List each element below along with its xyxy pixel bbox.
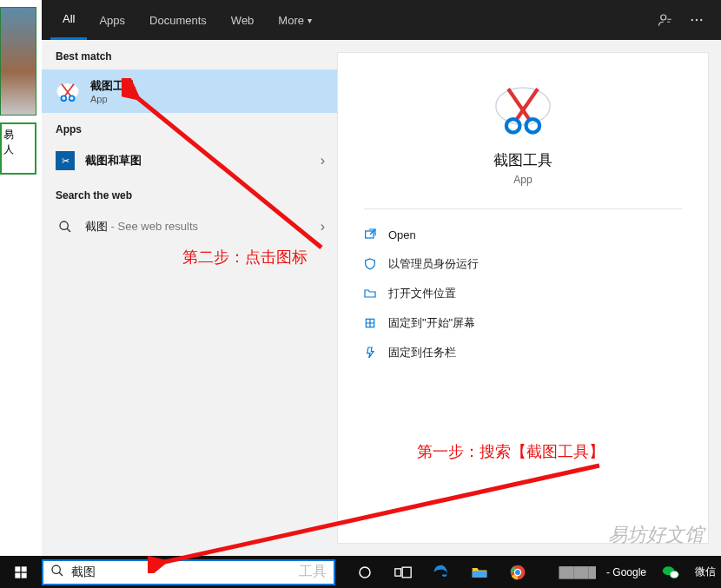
chevron-down-icon: ▾ xyxy=(308,16,312,25)
result-best-match[interactable]: 截图工具 App xyxy=(42,69,337,113)
tab-apps[interactable]: Apps xyxy=(87,0,137,40)
action-label: 固定到任务栏 xyxy=(388,345,456,360)
taskbar: 工具 █████ - Google 微信 xyxy=(0,556,721,588)
folder-icon xyxy=(362,286,378,301)
web-result-suffix: - See web results xyxy=(108,220,198,233)
search-filter-tabs: All Apps Documents Web More▾ xyxy=(42,0,721,40)
action-label: 以管理员身份运行 xyxy=(388,256,479,272)
svg-rect-14 xyxy=(22,566,27,571)
svg-point-1 xyxy=(691,19,693,21)
desktop-background-edge: 易人 xyxy=(0,0,42,556)
action-open-file-location[interactable]: 打开文件位置 xyxy=(359,279,687,308)
svg-point-23 xyxy=(515,570,520,575)
search-ghost-text: 工具 xyxy=(299,563,327,581)
search-input[interactable] xyxy=(71,565,295,579)
svg-point-3 xyxy=(700,19,702,21)
svg-point-2 xyxy=(696,19,698,21)
tab-web[interactable]: Web xyxy=(219,0,267,40)
action-label: 打开文件位置 xyxy=(388,286,456,301)
result-subtitle: App xyxy=(90,94,136,104)
open-icon xyxy=(362,227,378,242)
taskbar-window-title[interactable]: █████ xyxy=(553,566,601,578)
desktop-item: 易人 xyxy=(0,122,36,175)
start-button[interactable] xyxy=(0,556,42,588)
svg-point-17 xyxy=(52,565,60,573)
svg-point-0 xyxy=(661,15,666,20)
tab-all[interactable]: All xyxy=(50,0,87,40)
search-icon xyxy=(50,564,64,581)
result-title: 截图和草图 xyxy=(85,153,142,168)
svg-point-7 xyxy=(60,221,68,229)
preview-title: 截图工具 xyxy=(493,150,552,170)
file-explorer-button[interactable] xyxy=(460,556,499,588)
snipping-tool-icon-large xyxy=(493,79,552,138)
svg-rect-15 xyxy=(15,572,20,578)
desktop-wallpaper-sliver xyxy=(0,7,36,116)
action-run-as-admin[interactable]: 以管理员身份运行 xyxy=(359,249,687,279)
more-options-icon[interactable] xyxy=(681,4,712,36)
svg-point-8 xyxy=(496,88,550,125)
action-pin-to-taskbar[interactable]: 固定到任务栏 xyxy=(359,338,687,367)
wechat-button[interactable] xyxy=(652,556,690,588)
results-list: Best match 截图工具 App Apps ✂ 截图和草图 › Searc… xyxy=(42,40,337,556)
tab-more[interactable]: More▾ xyxy=(266,0,324,40)
result-preview-pane: 截图工具 App Open 以管理员身份运行 打开文件位置 固定到 xyxy=(337,52,709,544)
pin-start-icon xyxy=(362,315,378,331)
svg-point-25 xyxy=(670,571,678,578)
shield-icon xyxy=(362,256,378,272)
svg-rect-20 xyxy=(402,567,411,578)
svg-point-18 xyxy=(360,567,370,578)
edge-button[interactable] xyxy=(422,556,460,588)
preview-subtitle: App xyxy=(513,174,532,186)
task-view-button[interactable] xyxy=(384,556,422,588)
cortana-button[interactable] xyxy=(346,556,384,588)
chevron-right-icon: › xyxy=(321,219,325,235)
chevron-right-icon: › xyxy=(321,153,325,168)
svg-rect-13 xyxy=(15,566,20,571)
tab-documents[interactable]: Documents xyxy=(137,0,219,40)
wechat-label: 微信 xyxy=(690,565,721,579)
action-label: Open xyxy=(388,228,416,241)
result-web-search[interactable]: 截图 - See web results › xyxy=(42,208,337,245)
windows-search-panel: All Apps Documents Web More▾ Best match … xyxy=(42,0,721,556)
taskbar-search-box[interactable]: 工具 xyxy=(42,559,335,585)
action-pin-to-start[interactable]: 固定到"开始"屏幕 xyxy=(359,308,687,338)
snipping-tool-icon xyxy=(56,79,80,103)
svg-rect-19 xyxy=(395,568,401,575)
svg-rect-16 xyxy=(22,572,27,578)
pin-taskbar-icon xyxy=(362,345,378,360)
taskbar-window-suffix: - Google xyxy=(601,566,652,578)
web-result-term: 截图 xyxy=(85,220,108,233)
result-app-snip-sketch[interactable]: ✂ 截图和草图 › xyxy=(42,142,337,179)
action-label: 固定到"开始"屏幕 xyxy=(388,315,475,331)
action-open[interactable]: Open xyxy=(359,220,687,249)
feedback-icon[interactable] xyxy=(650,4,681,36)
section-apps: Apps xyxy=(42,113,337,142)
snip-sketch-icon: ✂ xyxy=(56,151,75,170)
search-icon xyxy=(56,217,75,236)
result-title: 截图工具 xyxy=(90,78,136,94)
chrome-button[interactable] xyxy=(499,556,537,588)
section-search-web: Search the web xyxy=(42,179,337,208)
section-best-match: Best match xyxy=(42,40,337,69)
